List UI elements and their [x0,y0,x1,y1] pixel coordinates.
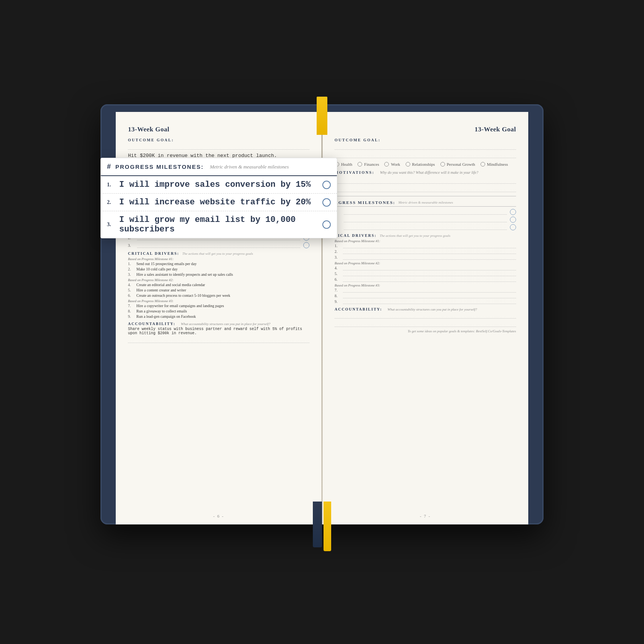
action-7: 7. Hire a copywriter for email campaigns… [128,304,309,308]
journal-container: 13-Week Goal OUTCOME GOAL: Hit $200K in … [93,74,551,570]
left-outcome-label: OUTCOME GOAL: [128,138,309,142]
r-milestones-title: RGRESS MILESTONES: [335,200,395,205]
floating-milestone-2: 2. I will increase website traffic by 20… [101,194,337,211]
right-motivations-hint: Why do you want this? What difference wi… [380,170,478,175]
action-4: 4. Create an editorial and social media … [128,283,309,287]
floating-milestone-2-num: 2. [107,199,115,205]
action-6: 6. Create an outreach process to contact… [128,293,309,298]
r-cat-relationships-circle [406,162,410,167]
right-critical-section: TICAL DRIVERS: The actions that will get… [335,233,516,304]
action-8: 8. Run a giveaway to collect emails [128,309,309,313]
r-based-on-1: Based on Progress Milestone #1: [335,239,516,243]
card-header: # PROGRESS MILESTONES: Metric driven & m… [101,158,337,176]
action-2: 2. Make 10 cold calls per day [128,267,309,271]
footer-link: To get some ideas on popular goals & tem… [335,329,516,333]
r-cat-relationships-label: Relationships [412,162,435,167]
r-milestone-row-1: 1. [335,209,516,215]
right-acc-hint: What accountability structures can you p… [387,307,477,311]
r-action-3: 3. [335,255,516,260]
action-5: 5. Hire a content creator and writer [128,288,309,292]
card-subtitle: Metric driven & measurable milestones [210,164,289,170]
floating-milestone-1: 1. I will improve sales conversion by 15… [101,176,337,194]
card-hash: # [107,163,111,171]
right-page-title: 13-Week Goal [475,126,516,133]
ribbon-yellow [324,502,331,551]
left-page-title: 13-Week Goal [128,126,309,133]
r-action-4: 4. [335,266,516,270]
right-milestones-section: RGRESS MILESTONES: Metric driven & measu… [335,200,516,230]
floating-milestone-1-circle [322,181,331,189]
r-cat-mindfulness-circle [481,162,485,167]
action-1: 1. Send out 15 prospecting emails per da… [128,262,309,266]
left-critical-title: CRITICAL DRIVERS: [128,251,179,256]
floating-milestone-3: 3. I will grow my email list by 10,000 s… [101,211,337,238]
r-cat-finances-circle [358,162,362,167]
action-3: 3. Hire a sales assistant to identify pr… [128,272,309,277]
left-critical-section: CRITICAL DRIVERS: The actions that will … [128,251,309,319]
right-critical-title: TICAL DRIVERS: [335,233,377,238]
r-milestone-row-2: 2. [335,217,516,223]
r-cat-finances: Finances [358,162,379,167]
right-category-row: Health Finances Work Relationships Perso… [335,162,516,167]
r-based-on-3: Based on Progress Milestone #3: [335,283,516,287]
r-cat-relationships: Relationships [406,162,435,167]
left-acc-hint: What accountability structures can you p… [181,322,270,326]
right-page: 13-Week Goal OUTCOME GOAL: Health Financ… [322,112,528,524]
right-accountability: ACCOUNTABILITY: What accountability stru… [335,307,516,327]
card-title: PROGRESS MILESTONES: [115,163,204,170]
r-action-8: 8. [335,294,516,298]
r-based-on-2: Based on Progress Milestone #2: [335,261,516,265]
r-cat-mindfulness: Mindfulness [481,162,508,167]
based-on-2: Based on Progress Milestone #2: [128,278,309,282]
r-action-6: 6. [335,277,516,282]
r-cat-finances-label: Finances [364,162,379,167]
floating-milestone-3-text: I will grow my email list by 10,000 subs… [119,215,318,234]
floating-milestone-1-text: I will improve sales conversion by 15% [119,180,318,189]
left-page-number: - 6 - [213,514,224,518]
left-acc-label: ACCOUNTABILITY: [128,322,175,326]
r-action-2: 2. [335,249,516,254]
r-cat-work-circle [384,162,389,167]
r-action-1: 1. [335,244,516,248]
r-action-9: 9. [335,299,516,304]
ribbon-top [317,97,327,135]
r-milestone-row-3: 3. [335,224,516,230]
ribbon-bottom [313,502,331,551]
right-motivations-label: MOTIVATIONS: [335,170,375,175]
floating-milestone-2-circle [322,198,331,207]
floating-milestone-3-num: 3. [107,222,115,228]
r-cat-mindfulness-label: Mindfulness [487,162,508,167]
left-acc-value: Share weekly status with business partne… [128,327,309,335]
r-cat-personal-growth-label: Personal Growth [447,162,475,167]
left-critical-subtitle: The actions that will get you to your pr… [182,252,253,256]
ribbon-navy [313,502,322,547]
floating-milestone-3-circle [322,220,331,229]
r-action-7: 7. [335,288,516,293]
right-critical-subtitle: The actions that will get you to your pr… [380,234,450,238]
based-on-3: Based on Progress Milestone #3: [128,299,309,303]
action-9: 9. Run a lead-gen campaign on Facebook [128,314,309,319]
r-action-5: 5. [335,272,516,276]
left-accountability: ACCOUNTABILITY: What accountability stru… [128,322,309,343]
right-acc-label: ACCOUNTABILITY: [335,307,382,311]
milestone-row-3: 3. [128,242,309,248]
floating-milestones-card: # PROGRESS MILESTONES: Metric driven & m… [100,158,337,238]
r-cat-work-label: Work [391,162,400,167]
right-outcome-label: OUTCOME GOAL: [335,138,516,142]
right-page-number: - 7 - [420,514,430,518]
floating-milestone-2-text: I will increase website traffic by 20% [119,197,318,207]
r-cat-work: Work [384,162,400,167]
r-cat-health-label: Health [341,162,352,167]
r-cat-personal-growth: Personal Growth [440,162,475,167]
floating-milestone-1-num: 1. [107,182,115,188]
r-milestones-subtitle: Metric driven & measurable milestones [398,201,453,204]
based-on-1: Based on Progress Milestone #1: [128,257,309,261]
r-cat-personal-growth-circle [440,162,445,167]
